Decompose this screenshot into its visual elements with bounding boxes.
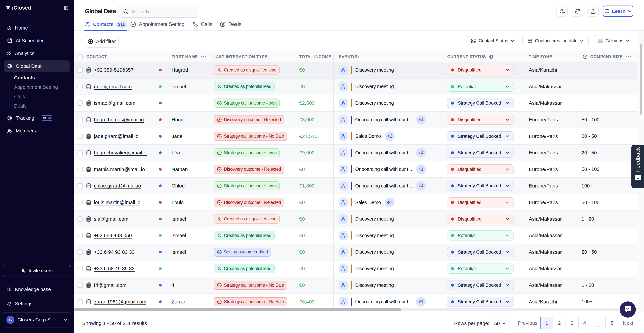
svg-text:$: $ (344, 87, 345, 89)
svg-text:$: $ (344, 302, 345, 304)
svg-text:$: $ (344, 169, 345, 172)
svg-text:$: $ (344, 153, 345, 155)
svg-text:$: $ (344, 202, 345, 205)
svg-text:$: $ (344, 268, 345, 271)
svg-text:$: $ (344, 285, 345, 288)
svg-text:$: $ (344, 186, 345, 188)
svg-text:$: $ (344, 120, 345, 122)
svg-text:$: $ (344, 103, 345, 106)
svg-text:$: $ (344, 235, 345, 238)
svg-text:$: $ (344, 219, 345, 221)
svg-text:$: $ (344, 252, 345, 255)
svg-text:$: $ (344, 70, 345, 73)
svg-text:$: $ (344, 136, 345, 139)
